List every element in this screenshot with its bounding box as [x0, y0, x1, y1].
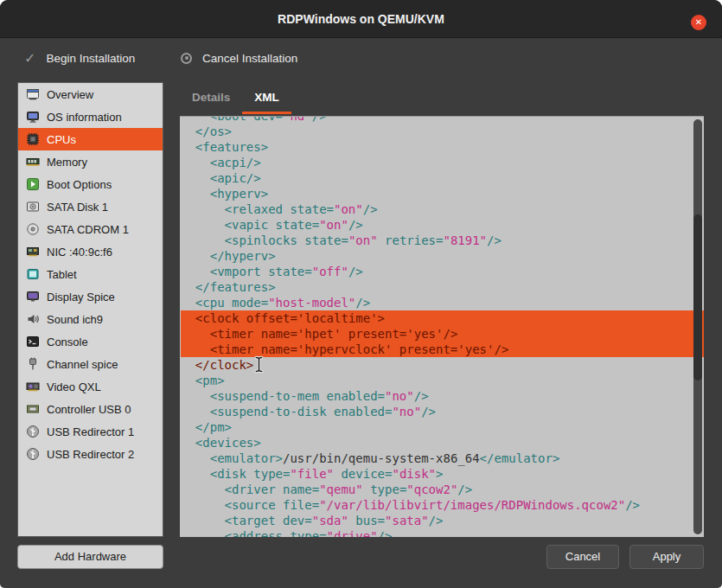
channel-icon	[26, 357, 40, 371]
os-info-icon	[26, 110, 40, 124]
sidebar-item-cpus[interactable]: CPUs	[18, 128, 163, 150]
sound-icon	[26, 312, 40, 326]
selection-highlight-line: <timer name='hypervclock' present='yes'/…	[181, 342, 704, 357]
sidebar-item-controller-usb-0[interactable]: Controller USB 0	[18, 398, 163, 420]
xml-editor: <boot dev='hd'/> </os> <features> <acpi/…	[180, 116, 704, 537]
cancel-button[interactable]: Cancel	[546, 545, 619, 569]
code-line: <spinlocks state="on" retries="8191"/>	[181, 233, 704, 248]
sidebar-item-label: SATA Disk 1	[47, 201, 108, 214]
sidebar-item-label: SATA CDROM 1	[47, 223, 129, 236]
code-line: <vapic state="on"/>	[181, 217, 704, 233]
tab-bar: Details XML	[180, 83, 291, 115]
cpu-icon	[26, 132, 40, 146]
sidebar-item-label: Console	[47, 336, 88, 348]
selection-highlight-line: <timer name='hpet' present='yes'/>	[181, 326, 704, 342]
checkmark-icon: ✓	[24, 50, 35, 67]
sidebar-item-nic[interactable]: NIC :40:9c:f6	[18, 240, 163, 263]
sidebar-item-label: OS information	[47, 111, 122, 124]
sidebar-item-label: NIC :40:9c:f6	[47, 246, 112, 259]
close-icon: ✕	[695, 17, 702, 27]
code-line: <boot dev='hd'/>	[181, 117, 704, 124]
selection-highlight-line: <clock offset='localtime'>	[181, 310, 704, 326]
code-line: <apic/>	[181, 170, 704, 186]
sidebar-item-label: Video QXL	[47, 380, 101, 393]
tab-xml[interactable]: XML	[242, 83, 291, 114]
code-line: <cpu mode="host-model"/>	[181, 295, 704, 310]
video-icon	[26, 380, 40, 393]
begin-installation-label: Begin Installation	[46, 52, 135, 65]
nic-icon	[26, 245, 40, 259]
code-line: <source file="/var/lib/libvirt/images/RD…	[181, 497, 704, 513]
sidebar-item-label: USB Redirector 1	[47, 425, 134, 438]
code-area[interactable]: <boot dev='hd'/> </os> <features> <acpi/…	[180, 117, 704, 537]
sidebar-item-label: Tablet	[47, 268, 77, 281]
sidebar-item-label: CPUs	[47, 133, 76, 146]
sidebar-item-display-spice[interactable]: Display Spice	[18, 285, 163, 308]
sidebar-item-label: Overview	[47, 88, 93, 101]
code-line: <address type="drive"/>	[181, 528, 704, 537]
disk-icon	[26, 200, 40, 214]
sidebar-item-boot-options[interactable]: Boot Options	[18, 173, 163, 195]
code-line: <suspend-to-disk enabled="no"/>	[181, 404, 704, 419]
sidebar-item-label: Memory	[47, 156, 87, 169]
sidebar-item-label: Display Spice	[47, 291, 115, 304]
sidebar-item-overview[interactable]: Overview	[18, 83, 163, 105]
titlebar[interactable]: RDPWindows on QEMU/KVM ✕	[0, 0, 722, 38]
code-line: <relaxed state="on"/>	[181, 201, 704, 217]
begin-installation-button[interactable]: ✓ Begin Installation	[14, 42, 145, 74]
sidebar-item-sound-ich9[interactable]: Sound ich9	[18, 308, 163, 330]
code-line: </pm>	[181, 419, 704, 435]
sidebar-item-tablet[interactable]: Tablet	[18, 263, 163, 285]
hardware-sidebar: OverviewOS informationCPUsMemoryBoot Opt…	[17, 82, 163, 537]
code-line: <hyperv>	[181, 186, 704, 201]
usb-controller-icon	[26, 402, 40, 416]
sidebar-item-usb-redirector-2[interactable]: USB Redirector 2	[18, 443, 163, 465]
console-icon	[26, 335, 40, 348]
code-line: <vmport state="off"/>	[181, 264, 704, 279]
code-line: <acpi/>	[181, 155, 704, 170]
scrollbar-handle[interactable]	[693, 214, 702, 380]
window-title: RDPWindows on QEMU/KVM	[0, 0, 722, 38]
code-line: <disk type="file" device="disk">	[181, 466, 704, 482]
code-line: <driver name="qemu" type="qcow2"/>	[181, 482, 704, 497]
usb-redirector-icon	[26, 447, 40, 461]
sidebar-item-console[interactable]: Console	[18, 330, 163, 353]
scrollbar[interactable]	[693, 119, 702, 534]
sidebar-item-usb-redirector-1[interactable]: USB Redirector 1	[18, 420, 163, 443]
sidebar-item-label: Controller USB 0	[47, 403, 131, 416]
cancel-installation-button[interactable]: Cancel Installation	[170, 42, 308, 74]
overview-icon	[26, 87, 40, 101]
sidebar-item-label: Boot Options	[47, 178, 112, 191]
code-line: </features>	[181, 279, 704, 295]
code-line: <target dev="sda" bus="sata"/>	[181, 513, 704, 528]
tab-details[interactable]: Details	[180, 83, 242, 114]
sidebar-item-sata-disk-1[interactable]: SATA Disk 1	[18, 195, 163, 218]
sidebar-item-memory[interactable]: Memory	[18, 150, 163, 173]
apply-button[interactable]: Apply	[629, 545, 704, 569]
code-line: </os>	[181, 124, 704, 139]
display-icon	[26, 290, 40, 304]
code-line: </hyperv>	[181, 248, 704, 264]
cancel-installation-label: Cancel Installation	[202, 52, 297, 65]
code-line: <suspend-to-mem enabled="no"/>	[181, 388, 704, 404]
sidebar-item-sata-cdrom-1[interactable]: SATA CDROM 1	[18, 218, 163, 240]
add-hardware-button[interactable]: Add Hardware	[17, 545, 163, 569]
usb-redirector-icon	[26, 425, 40, 438]
sidebar-item-os-information[interactable]: OS information	[18, 105, 163, 128]
sidebar-item-label: USB Redirector 2	[47, 448, 134, 461]
memory-icon	[26, 155, 40, 169]
boot-options-icon	[26, 177, 40, 191]
code-line: <devices>	[181, 435, 704, 451]
record-circle-icon	[181, 53, 192, 64]
code-line: </clock>	[181, 357, 704, 373]
sidebar-item-label: Sound ich9	[47, 313, 103, 326]
virt-manager-window: RDPWindows on QEMU/KVM ✕ ✓ Begin Install…	[0, 0, 722, 588]
tablet-icon	[26, 267, 40, 281]
code-line: <pm>	[181, 373, 704, 388]
sidebar-item-label: Channel spice	[47, 358, 118, 371]
sidebar-item-channel-spice[interactable]: Channel spice	[18, 353, 163, 375]
code-line: <features>	[181, 139, 704, 155]
sidebar-item-video-qxl[interactable]: Video QXL	[18, 375, 163, 398]
cdrom-icon	[26, 222, 40, 236]
close-button[interactable]: ✕	[691, 15, 706, 30]
